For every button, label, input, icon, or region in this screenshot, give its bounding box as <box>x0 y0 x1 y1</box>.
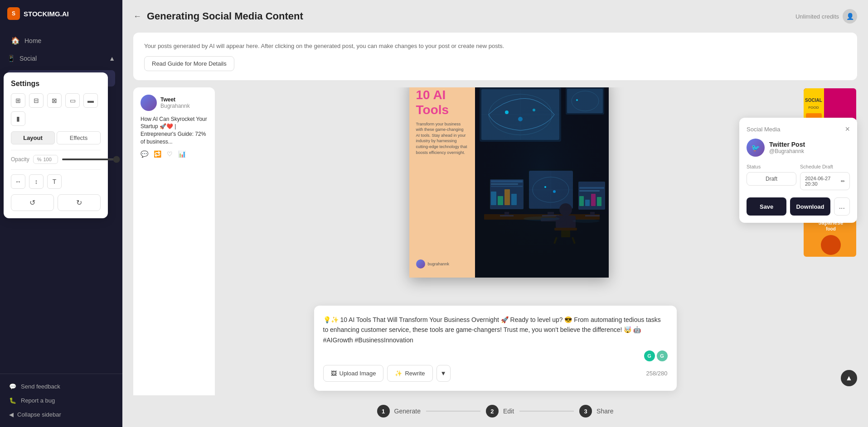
info-banner: Your posts generated by AI will appear h… <box>133 33 857 80</box>
sidebar-item-home[interactable]: 🏠 Home <box>4 32 119 49</box>
step-line-2 <box>519 411 574 412</box>
percent-sign: % <box>37 157 42 162</box>
upload-image-button[interactable]: 🖼 Upload Image <box>323 365 384 382</box>
popup-download-button[interactable]: Download <box>790 197 830 216</box>
sidebar: S STOCKIMG.AI 🏠 Home 📱 Social ▲ ✨ ✨ Gene… <box>0 0 122 427</box>
report-bug-item[interactable]: 🐛 Report a bug <box>5 393 117 408</box>
step-3-number: 3 <box>579 405 592 417</box>
rewrite-icon: ✨ <box>395 370 402 377</box>
popup-schedule-field: Schedule Draft 2024-06-27 20:30 ✏ <box>800 164 850 190</box>
step-1-number: 1 <box>377 405 390 417</box>
like-icon[interactable]: ♡ <box>167 150 173 158</box>
tweet-content: How AI Can Skyrocket Your Startup 🚀❤️ | … <box>141 115 208 146</box>
sidebar-item-social[interactable]: 📱 Social ▲ <box>4 50 119 67</box>
opacity-value-display: % 100 <box>33 155 58 164</box>
layout-icon-4[interactable]: ▭ <box>65 93 80 108</box>
settings-tabs: Layout Effects <box>11 131 101 144</box>
scroll-back-button[interactable]: ▲ <box>841 370 857 386</box>
step-1-label: Generate <box>394 408 421 415</box>
popup-actions: Save Download ... <box>747 197 850 216</box>
step-share: 3 Share <box>579 405 613 417</box>
settings-divider-2 <box>11 169 101 170</box>
bottom-steps: 1 Generate 2 Edit 3 Share <box>122 395 868 427</box>
collapse-sidebar-btn[interactable]: ◀ Collapse sidebar <box>5 408 117 422</box>
popup-avatar: 🐦 <box>747 139 765 157</box>
retweet-icon[interactable]: 🔁 <box>154 150 161 158</box>
grammarly-icons: G G <box>323 350 668 361</box>
stats-icon[interactable]: 📊 <box>178 150 186 158</box>
align-vertical-btn[interactable]: ↕ <box>29 174 44 189</box>
home-icon: 🏠 <box>11 36 20 45</box>
tab-effects[interactable]: Effects <box>57 131 101 144</box>
tab-layout[interactable]: Layout <box>11 131 55 144</box>
image-upload-icon: 🖼 <box>331 370 337 377</box>
compose-actions: 🖼 Upload Image ✨ Rewrite ▼ 258/280 <box>323 365 668 382</box>
send-feedback-item[interactable]: 💬 Send feedback <box>5 379 117 393</box>
back-button[interactable]: ← <box>133 12 141 21</box>
tweet-header: Tweet Bugrahannk <box>141 95 208 111</box>
popup-save-button[interactable]: Save <box>747 197 786 216</box>
tweet-actions: 💬 🔁 ♡ 📊 <box>141 150 208 158</box>
settings-title: Settings <box>11 80 101 88</box>
popup-status-button[interactable]: Draft <box>747 172 796 186</box>
popup-user-name: Twitter Post <box>769 141 805 148</box>
opacity-row: Opacity % 100 <box>11 155 101 164</box>
layout-icon-6[interactable]: ▮ <box>11 111 25 126</box>
popup-title: Social Media <box>747 126 780 133</box>
svg-text:food: food <box>826 226 836 231</box>
rewrite-dropdown-button[interactable]: ▼ <box>436 365 451 382</box>
credits-area: Unlimited credits 👤 <box>795 9 857 24</box>
popup-close-button[interactable]: × <box>845 125 850 133</box>
tweet-card[interactable]: Tweet Bugrahannk How AI Can Skyrocket Yo… <box>133 87 215 427</box>
step-generate: 1 Generate <box>377 405 421 417</box>
generated-image[interactable]: 10 AI Tools Transform your business with… <box>409 87 609 278</box>
read-guide-button[interactable]: Read Guide for More Details <box>144 56 234 71</box>
alignment-row: ↔ ↕ T <box>11 174 101 189</box>
comment-icon[interactable]: 💬 <box>141 150 148 158</box>
settings-divider-1 <box>11 150 101 150</box>
undo-button[interactable]: ↺ <box>11 194 54 211</box>
text-format-btn[interactable]: T <box>47 174 62 189</box>
collapse-label: Collapse sidebar <box>17 411 61 418</box>
tweet-avatar <box>141 95 157 111</box>
opacity-number: 100 <box>43 157 51 162</box>
rewrite-label: Rewrite <box>405 370 425 377</box>
align-horizontal-btn[interactable]: ↔ <box>11 174 25 189</box>
bug-icon: 🐛 <box>9 397 16 404</box>
social-icon: 📱 <box>7 55 15 62</box>
collapse-icon: ◀ <box>9 411 14 418</box>
layout-icon-5[interactable]: ▬ <box>83 93 98 108</box>
settings-actions: ↺ ↻ <box>11 194 101 211</box>
page-header: ← Generating Social Media Content Unlimi… <box>122 0 868 33</box>
app-name: STOCKIMG.AI <box>24 10 69 18</box>
popup-more-button[interactable]: ... <box>834 197 850 216</box>
rewrite-button[interactable]: ✨ Rewrite <box>387 365 432 382</box>
tweet-user-info: Tweet Bugrahannk <box>160 96 190 109</box>
popup-schedule-button[interactable]: 2024-06-27 20:30 ✏ <box>800 172 850 190</box>
chevron-up-icon: ▲ <box>109 55 115 62</box>
step-2-number: 2 <box>486 405 499 417</box>
step-edit: 2 Edit <box>486 405 514 417</box>
user-avatar[interactable]: 👤 <box>843 9 857 24</box>
image-left-panel: 10 AI Tools Transform your business with… <box>409 87 475 278</box>
redo-button[interactable]: ↻ <box>58 194 101 211</box>
popup-schedule-label: Schedule Draft <box>800 164 850 169</box>
popup-user-info: Twitter Post @Bugrahannk <box>769 141 805 154</box>
image-footer: bugrahannk <box>416 259 468 269</box>
layout-icon-1[interactable]: ⊞ <box>11 93 25 108</box>
popup-status-label: Status <box>747 164 796 169</box>
sidebar-item-social-label: Social <box>19 55 37 62</box>
step-line-1 <box>426 411 480 412</box>
image-footer-name: bugrahannk <box>428 262 450 266</box>
popup-profile: 🐦 Twitter Post @Bugrahannk <box>747 139 850 157</box>
credits-text: Unlimited credits <box>795 13 839 20</box>
opacity-slider[interactable] <box>62 158 120 160</box>
layout-icon-2[interactable]: ⊟ <box>29 93 44 108</box>
page-title: Generating Social Media Content <box>147 10 303 22</box>
char-count: 258/280 <box>646 370 668 377</box>
text-compose-area: 💡✨ 10 AI Tools That Will Transform Your … <box>314 306 677 391</box>
edit-icon: ✏ <box>841 178 845 184</box>
layout-icon-3[interactable]: ⊠ <box>47 93 62 108</box>
tweet-platform-name: Tweet <box>160 96 190 103</box>
popup-header: Social Media × <box>747 125 850 133</box>
